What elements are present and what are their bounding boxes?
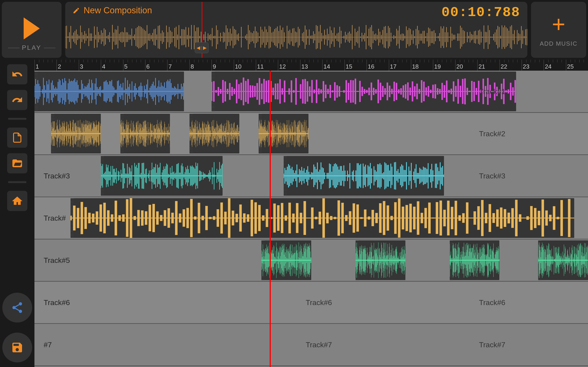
ruler-tick: 6 bbox=[145, 60, 167, 71]
track-label: Track#6 bbox=[479, 298, 505, 307]
folder-icon bbox=[12, 158, 23, 169]
clip-waveform bbox=[190, 114, 239, 153]
ruler-label: 1 bbox=[36, 63, 39, 70]
ruler-tick: 1 bbox=[35, 60, 57, 71]
track-label: Track#3 bbox=[479, 172, 505, 180]
overview-scrub-handle[interactable]: ◀|▶ bbox=[195, 42, 208, 53]
track-row[interactable]: Track#1 bbox=[35, 71, 588, 113]
track-label: Track#7 bbox=[306, 340, 332, 349]
ruler-tick: 16 bbox=[367, 60, 389, 71]
ruler-label: 2 bbox=[58, 63, 61, 70]
audio-clip[interactable] bbox=[355, 240, 405, 280]
audio-clip[interactable] bbox=[101, 156, 223, 196]
ruler-label: 18 bbox=[412, 63, 419, 70]
ruler-label: 19 bbox=[434, 63, 441, 70]
track-row[interactable]: #7Track#7Track#7 bbox=[35, 324, 588, 366]
add-music-label: ADD MUSIC bbox=[540, 40, 578, 47]
ruler-tick: 3 bbox=[79, 60, 101, 71]
track-row[interactable]: Track#2 bbox=[35, 113, 588, 155]
ruler-tick: 9 bbox=[212, 60, 233, 71]
file-icon bbox=[12, 132, 23, 143]
sidebar-separator bbox=[8, 117, 26, 120]
audio-clip[interactable] bbox=[212, 72, 516, 111]
ruler-label: 17 bbox=[390, 63, 397, 70]
ruler[interactable]: 1234567891011121314151617181920212223242… bbox=[35, 60, 588, 71]
track-label: #7 bbox=[44, 340, 52, 349]
audio-clip[interactable] bbox=[261, 240, 311, 280]
open-folder-button[interactable] bbox=[7, 153, 27, 173]
audio-clip[interactable] bbox=[450, 240, 500, 280]
clip-waveform bbox=[261, 240, 311, 280]
clip-waveform bbox=[284, 156, 444, 196]
ruler-tick: 17 bbox=[389, 60, 411, 71]
timeline: 1234567891011121314151617181920212223242… bbox=[35, 60, 588, 367]
track-row[interactable]: Track#5 bbox=[35, 240, 588, 282]
ruler-tick: 20 bbox=[455, 60, 477, 71]
ruler-tick: 22 bbox=[500, 60, 522, 71]
ruler-tick: 23 bbox=[522, 60, 544, 71]
new-file-button[interactable] bbox=[7, 127, 27, 148]
ruler-label: 21 bbox=[478, 63, 485, 70]
track-row[interactable]: Track# bbox=[35, 197, 588, 240]
plus-icon: + bbox=[552, 13, 565, 35]
clip-waveform bbox=[259, 114, 309, 153]
undo-button[interactable] bbox=[7, 64, 27, 84]
pencil-icon bbox=[73, 7, 80, 14]
ruler-tick: 10 bbox=[234, 60, 256, 71]
ruler-label: 3 bbox=[80, 63, 83, 70]
home-icon bbox=[12, 195, 23, 206]
svg-point-2 bbox=[12, 306, 16, 309]
ruler-label: 22 bbox=[501, 63, 507, 70]
overview-panel[interactable]: New Composition 00:10:788 ◀|▶ bbox=[65, 2, 527, 58]
track-row[interactable]: Track#6Track#6Track#6 bbox=[35, 282, 588, 324]
ruler-tick: 7 bbox=[167, 60, 189, 71]
ruler-label: 15 bbox=[346, 63, 352, 70]
save-button[interactable] bbox=[2, 333, 32, 362]
ruler-label: 5 bbox=[124, 63, 128, 70]
track-label: Track#7 bbox=[479, 340, 505, 349]
ruler-tick: 24 bbox=[544, 60, 566, 71]
ruler-tick: 2 bbox=[57, 60, 78, 71]
share-icon bbox=[11, 301, 24, 314]
clip-waveform bbox=[355, 240, 405, 280]
ruler-tick: 15 bbox=[345, 60, 367, 71]
audio-clip[interactable] bbox=[51, 114, 101, 153]
ruler-label: 8 bbox=[191, 63, 194, 70]
ruler-tick: 25 bbox=[566, 60, 588, 71]
track-label: Track#2 bbox=[479, 129, 505, 138]
ruler-label: 24 bbox=[545, 63, 552, 70]
track-label: Track# bbox=[44, 214, 66, 222]
play-button[interactable]: PLAY bbox=[2, 2, 61, 58]
audio-clip[interactable] bbox=[284, 156, 444, 196]
track-label: Track#1 bbox=[479, 87, 505, 96]
audio-clip[interactable] bbox=[538, 240, 588, 280]
track-label: Track#6 bbox=[44, 298, 70, 307]
ruler-label: 11 bbox=[257, 63, 264, 70]
ruler-label: 13 bbox=[301, 63, 308, 70]
play-icon bbox=[24, 17, 40, 40]
audio-clip[interactable] bbox=[259, 114, 309, 153]
redo-button[interactable] bbox=[7, 90, 27, 110]
track-row[interactable]: Track#3Track#3 bbox=[35, 155, 588, 197]
composition-title-row[interactable]: New Composition bbox=[73, 6, 152, 15]
home-button[interactable] bbox=[7, 191, 27, 211]
top-bar: PLAY New Composition 00:10:788 ◀|▶ + ADD… bbox=[0, 0, 588, 60]
audio-clip[interactable] bbox=[35, 72, 184, 111]
add-music-button[interactable]: + ADD MUSIC bbox=[531, 2, 586, 58]
ruler-label: 10 bbox=[235, 63, 242, 70]
timeline-playhead[interactable] bbox=[270, 71, 271, 367]
tracks-container[interactable]: Track#1Track#2Track#3Track#3Track#Track#… bbox=[35, 71, 588, 367]
clip-waveform bbox=[538, 240, 588, 280]
ruler-label: 6 bbox=[146, 63, 149, 70]
audio-clip[interactable] bbox=[190, 114, 239, 153]
track-label: Track#6 bbox=[306, 298, 332, 307]
ruler-tick: 21 bbox=[477, 60, 499, 71]
share-button[interactable] bbox=[2, 293, 32, 323]
clip-waveform bbox=[35, 72, 184, 111]
ruler-label: 7 bbox=[168, 63, 172, 70]
sidebar bbox=[0, 60, 35, 367]
audio-clip[interactable] bbox=[70, 198, 574, 238]
ruler-label: 12 bbox=[279, 63, 286, 70]
clip-waveform bbox=[120, 114, 170, 153]
audio-clip[interactable] bbox=[120, 114, 170, 153]
